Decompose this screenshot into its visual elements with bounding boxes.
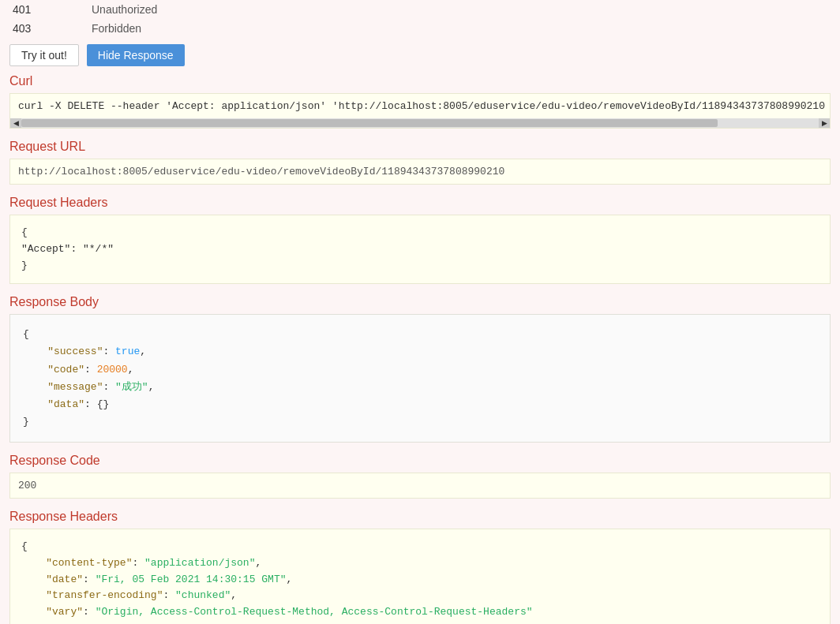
- request-headers-box: { "Accept": "*/*" }: [9, 215, 831, 284]
- curl-section: Curl curl -X DELETE --header 'Accept: ap…: [0, 74, 840, 140]
- response-headers-section: Response Headers { "content-type": "appl…: [0, 510, 840, 624]
- status-code-403: 403: [0, 19, 79, 38]
- curl-title: Curl: [9, 74, 831, 88]
- response-code-box: 200: [9, 473, 831, 499]
- rh-line3: }: [21, 258, 819, 275]
- curl-command-text: curl -X DELETE --header 'Accept: applica…: [10, 94, 830, 118]
- request-url-box: http://localhost:8005/eduservice/edu-vid…: [9, 159, 831, 185]
- curl-scrollbar[interactable]: ◀ ▶: [10, 118, 830, 128]
- response-body-section: Response Body { "success": true, "code":…: [0, 295, 840, 454]
- rh-line2: "Accept": "*/*": [21, 241, 819, 258]
- response-body-box: { "success": true, "code": 20000, "messa…: [9, 314, 831, 443]
- table-row: 401 Unauthorized: [0, 0, 840, 19]
- request-url-section: Request URL http://localhost:8005/eduser…: [0, 140, 840, 196]
- rh2-date: "date": "Fri, 05 Feb 2021 14:30:15 GMT",: [21, 572, 819, 589]
- response-headers-box: { "content-type": "application/json", "d…: [9, 529, 831, 624]
- status-text-401: Unauthorized: [79, 0, 840, 19]
- request-headers-section: Request Headers { "Accept": "*/*" }: [0, 196, 840, 295]
- status-text-403: Forbidden: [79, 19, 840, 38]
- response-body-title: Response Body: [9, 295, 831, 309]
- rb-close: }: [23, 413, 817, 431]
- response-code-section: Response Code 200: [0, 454, 840, 510]
- page-container: 401 Unauthorized 403 Forbidden Try it ou…: [0, 0, 840, 624]
- rb-open: {: [23, 326, 817, 343]
- status-table: 401 Unauthorized 403 Forbidden: [0, 0, 840, 38]
- request-url-title: Request URL: [9, 140, 831, 154]
- rb-data: "data": {}: [23, 396, 817, 413]
- rb-success: "success": true,: [23, 343, 817, 361]
- scroll-left-arrow[interactable]: ◀: [10, 118, 21, 128]
- rb-message: "message": "成功",: [23, 379, 817, 396]
- toolbar: Try it out! Hide Response: [0, 38, 840, 74]
- rh-line1: {: [21, 225, 819, 241]
- hide-response-button[interactable]: Hide Response: [87, 44, 185, 66]
- try-it-out-button[interactable]: Try it out!: [9, 44, 79, 66]
- scroll-right-arrow[interactable]: ▶: [819, 118, 830, 128]
- rh2-transfer: "transfer-encoding": "chunked",: [21, 588, 819, 604]
- status-code-401: 401: [0, 0, 79, 19]
- rh2-vary: "vary": "Origin, Access-Control-Request-…: [21, 604, 819, 621]
- rb-code: "code": 20000,: [23, 361, 817, 379]
- scroll-thumb[interactable]: [21, 119, 718, 127]
- response-headers-title: Response Headers: [9, 510, 831, 524]
- table-row: 403 Forbidden: [0, 19, 840, 38]
- rh2-open: {: [21, 539, 819, 555]
- response-code-title: Response Code: [9, 454, 831, 468]
- rh2-content-type: "content-type": "application/json",: [21, 555, 819, 572]
- request-headers-title: Request Headers: [9, 196, 831, 210]
- rh2-close: }: [21, 621, 819, 624]
- curl-command-box[interactable]: curl -X DELETE --header 'Accept: applica…: [9, 93, 831, 129]
